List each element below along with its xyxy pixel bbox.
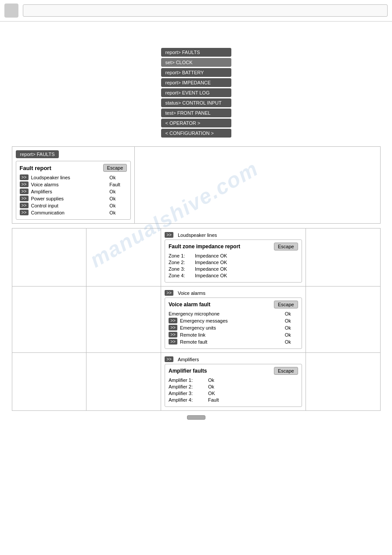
amp-escape-btn[interactable]: Escape [274, 367, 298, 375]
detail-section: >> Loudspeaker lines Fault zone impedanc… [12, 228, 381, 411]
impedance-col3: >> Loudspeaker lines Fault zone impedanc… [161, 229, 306, 287]
fault-report-header-btn[interactable]: report> FAULTS [16, 150, 59, 158]
amp-label-4: Amplifier 4: [169, 397, 208, 403]
fault-label-communication: Communication [31, 210, 110, 215]
voice-col1 [12, 287, 86, 353]
amp-value-1: Ok [208, 377, 298, 383]
impedance-panel: Fault zone impedance report Escape Zone … [165, 239, 302, 283]
amp-col1 [12, 353, 86, 411]
impedance-col4 [306, 229, 380, 287]
arrow-voice-4[interactable]: >> [169, 339, 177, 345]
voice-row-3: >> Remote link Ok [169, 332, 298, 337]
voice-label-1: Emergency messages [180, 318, 285, 323]
arrow-impedance-sub[interactable]: >> [165, 232, 173, 238]
bottom-nav [0, 415, 392, 420]
fault-escape-btn[interactable]: Escape [103, 164, 127, 172]
zone-3-label: Zone 3: [169, 266, 195, 272]
amp-col4 [306, 353, 380, 411]
fault-panel-heading: Fault report [20, 165, 51, 171]
impedance-col1 [12, 229, 86, 287]
voice-status-3: Ok [285, 332, 298, 337]
voice-row-2: >> Emergency units Ok [169, 325, 298, 330]
arrow-amplifiers[interactable]: >> [20, 189, 29, 194]
fault-row-loudspeaker: >> Loudspeaker lines Ok [20, 174, 127, 180]
fault-report-section: report> FAULTS Fault report Escape >> Lo… [12, 146, 381, 224]
voice-sub-label: >> Voice alarms [165, 290, 302, 296]
fault-status-power: Ok [109, 196, 127, 201]
menu-item-configuration[interactable]: < CONFIGURATION > [161, 129, 231, 138]
menu-item-operator[interactable]: < OPERATOR > [161, 119, 231, 127]
amp-label-3: Amplifier 3: [169, 391, 208, 396]
menu-section: report> FAULTS set> CLOCK report> BATTER… [0, 48, 392, 138]
voice-escape-btn[interactable]: Escape [274, 301, 298, 308]
menu-item-control-input[interactable]: status> CONTROL INPUT [161, 98, 231, 107]
voice-row-4: >> Remote fault Ok [169, 339, 298, 345]
arrow-power[interactable]: >> [20, 196, 29, 201]
menu-item-faults[interactable]: report> FAULTS [161, 48, 231, 57]
fault-status-voice: Fault [109, 182, 127, 187]
zone-row-4: Zone 4: Impedance OK [169, 273, 298, 278]
amp-sub-label-text: Amplifiers [178, 357, 199, 362]
fault-row-control: >> Control input Ok [20, 203, 127, 208]
amp-row-2: Amplifier 2: Ok [169, 384, 298, 389]
arrow-amp-sub[interactable]: >> [165, 356, 173, 362]
zone-row-1: Zone 1: Impedance OK [169, 253, 298, 258]
voice-status-2: Ok [285, 325, 298, 330]
impedance-escape-btn[interactable]: Escape [274, 243, 298, 250]
fault-label-amplifiers: Amplifiers [31, 189, 110, 194]
arrow-voice-sub[interactable]: >> [165, 290, 173, 296]
header-input[interactable] [23, 4, 388, 17]
arrow-control[interactable]: >> [20, 203, 29, 208]
voice-sub-label-text: Voice alarms [178, 290, 205, 296]
amp-value-4: Fault [208, 397, 298, 403]
voice-col3: >> Voice alarms Voice alarm fault Escape… [161, 287, 306, 353]
menu-item-front-panel[interactable]: test> FRONT PANEL [161, 109, 231, 117]
zone-4-label: Zone 4: [169, 273, 195, 278]
fault-row-voice: >> Voice alarms Fault [20, 181, 127, 187]
fault-status-loudspeaker: Ok [109, 175, 127, 180]
zone-row-3: Zone 3: Impedance OK [169, 266, 298, 272]
amp-heading: Amplifier faults [169, 368, 207, 374]
impedance-sub-label-text: Loudspeaker lines [178, 232, 217, 238]
menu-item-impedance[interactable]: report> IMPEDANCE [161, 78, 231, 87]
impedance-heading: Fault zone impedance report [169, 243, 240, 250]
voice-status-4: Ok [285, 339, 298, 345]
amp-row-1: Amplifier 1: Ok [169, 377, 298, 383]
impedance-sub-label: >> Loudspeaker lines [165, 232, 302, 238]
voice-panel: Voice alarm fault Escape Emergency micro… [165, 297, 302, 349]
fault-report-left: report> FAULTS Fault report Escape >> Lo… [12, 147, 135, 224]
menu-item-clock[interactable]: set> CLOCK [161, 58, 231, 67]
amp-col2 [86, 353, 161, 411]
fault-label-power: Power supplies [31, 196, 110, 201]
voice-row-1: >> Emergency messages Ok [169, 318, 298, 323]
amp-sub-label: >> Amplifiers [165, 356, 302, 362]
arrow-communication[interactable]: >> [20, 210, 29, 215]
amp-panel-title: Amplifier faults Escape [169, 367, 298, 375]
arrow-voice[interactable]: >> [20, 181, 29, 187]
amp-col3: >> Amplifiers Amplifier faults Escape Am… [161, 353, 306, 411]
voice-col4 [306, 287, 380, 353]
voice-row-0: Emergency microphone Ok [169, 311, 298, 316]
header-icon [4, 4, 18, 18]
amp-row-3: Amplifier 3: OK [169, 391, 298, 396]
fault-status-amplifiers: Ok [109, 189, 127, 194]
menu-item-battery[interactable]: report> BATTERY [161, 68, 231, 77]
arrow-loudspeaker[interactable]: >> [20, 174, 29, 180]
arrow-voice-2[interactable]: >> [169, 325, 177, 330]
zone-2-value: Impedance OK [195, 260, 298, 265]
fault-row-power: >> Power supplies Ok [20, 196, 127, 201]
arrow-voice-1[interactable]: >> [169, 318, 177, 323]
menu-item-eventlog[interactable]: report> EVENT LOG [161, 88, 231, 97]
arrow-voice-3[interactable]: >> [169, 332, 177, 337]
voice-label-4: Remote fault [180, 339, 285, 345]
zone-row-2: Zone 2: Impedance OK [169, 260, 298, 265]
header [0, 0, 392, 22]
amp-label-2: Amplifier 2: [169, 384, 208, 389]
amp-panel: Amplifier faults Escape Amplifier 1: Ok … [165, 364, 302, 407]
fault-label-loudspeaker: Loudspeaker lines [31, 175, 110, 180]
amp-value-2: Ok [208, 384, 298, 389]
voice-panel-title: Voice alarm fault Escape [169, 301, 298, 308]
voice-status-0: Ok [285, 311, 298, 316]
bottom-nav-btn[interactable] [187, 415, 205, 420]
voice-col2 [86, 287, 161, 353]
